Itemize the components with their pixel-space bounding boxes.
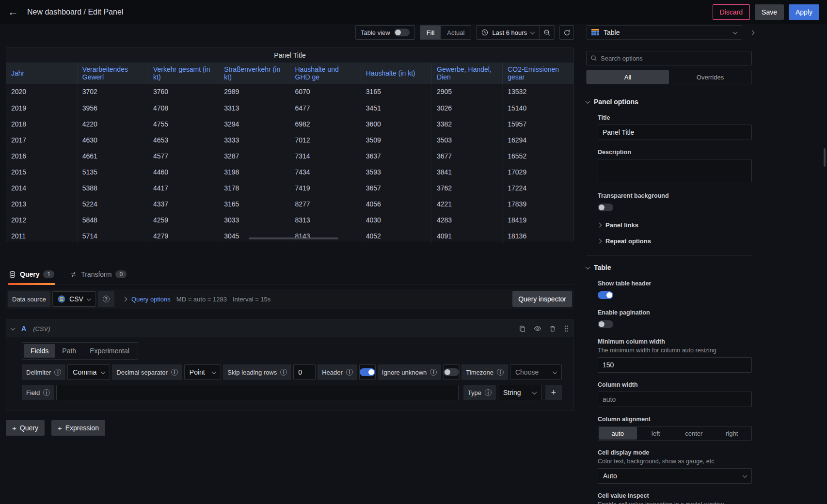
field-input[interactable] bbox=[56, 385, 459, 400]
query-options-toggle[interactable]: Query options bbox=[123, 296, 171, 303]
info-circle-icon: i bbox=[54, 369, 61, 376]
table-cell: 2011 bbox=[6, 228, 77, 244]
table-cell: 5714 bbox=[77, 228, 148, 244]
enable-pagination-toggle[interactable] bbox=[598, 320, 613, 328]
table-row: 201842204755329469823600338215957 bbox=[6, 116, 573, 132]
query-inspector-button[interactable]: Query inspector bbox=[512, 291, 572, 307]
database-icon bbox=[9, 271, 16, 278]
table-cell: 3178 bbox=[219, 180, 290, 196]
table-horizontal-scrollbar[interactable] bbox=[249, 237, 338, 239]
add-query-button[interactable]: + Query bbox=[6, 420, 45, 436]
save-button[interactable]: Save bbox=[755, 4, 784, 20]
back-arrow-icon[interactable]: ← bbox=[8, 7, 18, 17]
column-header[interactable]: CO2-Emissionen gesar bbox=[503, 63, 573, 84]
tab-query-label: Query bbox=[20, 270, 39, 278]
duplicate-query-icon[interactable] bbox=[519, 325, 526, 332]
zoom-out-button[interactable] bbox=[540, 26, 554, 39]
table-cell: 16552 bbox=[503, 148, 573, 164]
chevron-down-icon bbox=[586, 99, 590, 104]
discard-button[interactable]: Discard bbox=[713, 4, 750, 20]
panel-options-header[interactable]: Panel options bbox=[586, 98, 827, 106]
apply-button[interactable]: Apply bbox=[789, 4, 819, 20]
table-cell: 3313 bbox=[219, 100, 290, 116]
tab-overrides[interactable]: Overrides bbox=[669, 70, 751, 84]
tab-transform[interactable]: Transform 0 bbox=[69, 268, 127, 284]
table-cell: 4030 bbox=[361, 212, 431, 228]
decimal-separator-select[interactable]: Point bbox=[184, 364, 221, 380]
table-view-toggle[interactable] bbox=[394, 29, 410, 36]
table-options-header[interactable]: Table bbox=[586, 264, 752, 271]
chevron-right-icon bbox=[597, 223, 602, 228]
drag-handle-icon[interactable] bbox=[564, 325, 569, 332]
query-refid[interactable]: A bbox=[21, 325, 26, 332]
cell-display-mode-select[interactable]: Auto bbox=[598, 468, 752, 484]
csv-tab-experimental[interactable]: Experimental bbox=[83, 344, 136, 358]
table-cell: 17224 bbox=[503, 180, 573, 196]
datasource-label: Data source bbox=[8, 291, 50, 307]
header-toggle[interactable] bbox=[360, 368, 375, 376]
delimiter-select[interactable]: Comma bbox=[67, 364, 110, 380]
table-cell: 16294 bbox=[503, 132, 573, 148]
datasource-help-button[interactable]: ? bbox=[98, 291, 114, 307]
actual-option[interactable]: Actual bbox=[441, 26, 471, 39]
options-search-input[interactable] bbox=[601, 55, 747, 62]
datasource-name: CSV bbox=[69, 295, 83, 303]
breadcrumb[interactable]: New dashboard / Edit Panel bbox=[27, 8, 123, 16]
add-expression-label: Expression bbox=[65, 424, 99, 432]
panel-links-collapse[interactable]: Panel links bbox=[598, 221, 752, 229]
time-range-picker[interactable]: Last 6 hours bbox=[477, 26, 539, 39]
ignore-unknown-label-text: Ignore unknown bbox=[382, 369, 427, 376]
column-header[interactable]: Jahr bbox=[6, 63, 77, 84]
tab-query[interactable]: Query 1 bbox=[8, 268, 55, 284]
table-cell: 4337 bbox=[148, 196, 219, 212]
panel-title-input[interactable] bbox=[598, 125, 752, 140]
skip-leading-rows-input[interactable] bbox=[293, 364, 316, 380]
ignore-unknown-toggle[interactable] bbox=[444, 368, 459, 376]
column-header[interactable]: Verkehr gesamt (in kt) bbox=[148, 63, 219, 84]
transparent-bg-toggle[interactable] bbox=[598, 204, 613, 211]
alignment-option-center[interactable]: center bbox=[675, 427, 713, 440]
table-row: 201646614577328773143637367716552 bbox=[6, 148, 573, 164]
timezone-select[interactable]: Choose bbox=[510, 364, 562, 380]
type-select[interactable]: String bbox=[498, 385, 541, 400]
add-expression-button[interactable]: + Expression bbox=[51, 420, 105, 436]
panel-description-textarea[interactable] bbox=[598, 159, 752, 182]
datasource-picker[interactable]: CSV bbox=[52, 291, 96, 307]
refresh-button[interactable] bbox=[559, 25, 574, 40]
query-a-header[interactable]: A (CSV) bbox=[6, 320, 573, 337]
fill-option[interactable]: Fill bbox=[420, 26, 441, 39]
add-field-button[interactable]: + bbox=[545, 385, 562, 400]
alignment-option-left[interactable]: left bbox=[637, 427, 675, 440]
table-cell: 3287 bbox=[219, 148, 290, 164]
alignment-option-right[interactable]: right bbox=[713, 427, 751, 440]
query-transform-tabs: Query 1 Transform 0 bbox=[6, 268, 574, 284]
collapse-options-pane-button[interactable] bbox=[746, 26, 758, 39]
description-option-label: Description bbox=[598, 149, 752, 156]
repeat-options-collapse[interactable]: Repeat options bbox=[598, 237, 752, 245]
column-header[interactable]: Gewerbe, Handel, Dien bbox=[432, 63, 503, 84]
csv-tab-fields[interactable]: Fields bbox=[24, 344, 55, 358]
collapse-chevron-icon[interactable] bbox=[11, 326, 16, 331]
alignment-option-auto[interactable]: auto bbox=[599, 427, 637, 440]
column-width-label: Column width bbox=[598, 381, 752, 388]
column-header[interactable]: Verarbeitendes Gewerl bbox=[77, 63, 148, 84]
show-table-header-toggle[interactable] bbox=[598, 291, 613, 299]
table-cell: 3033 bbox=[219, 212, 290, 228]
column-header[interactable]: Haushalte (in kt) bbox=[361, 63, 431, 84]
transform-count-badge: 0 bbox=[115, 270, 127, 278]
header-switch-box bbox=[359, 364, 376, 380]
chevron-down-icon bbox=[101, 369, 106, 374]
sidebar-scrollbar[interactable] bbox=[824, 148, 826, 167]
min-column-width-input[interactable] bbox=[598, 357, 752, 373]
column-header[interactable]: Straßenverkehr (in kt) bbox=[219, 63, 290, 84]
table-row: 201157144279304581434052409118136 bbox=[6, 228, 573, 244]
column-width-input[interactable] bbox=[598, 392, 752, 407]
table-cell: 2020 bbox=[6, 84, 77, 100]
delete-query-trash-icon[interactable] bbox=[549, 325, 556, 332]
tab-all[interactable]: All bbox=[587, 70, 669, 84]
visualization-picker[interactable]: Table bbox=[586, 25, 742, 40]
table-cell: 8277 bbox=[290, 196, 361, 212]
hide-query-eye-icon[interactable] bbox=[534, 325, 541, 332]
csv-tab-path[interactable]: Path bbox=[55, 344, 83, 358]
column-header[interactable]: Haushalte und GHD ge bbox=[290, 63, 361, 84]
